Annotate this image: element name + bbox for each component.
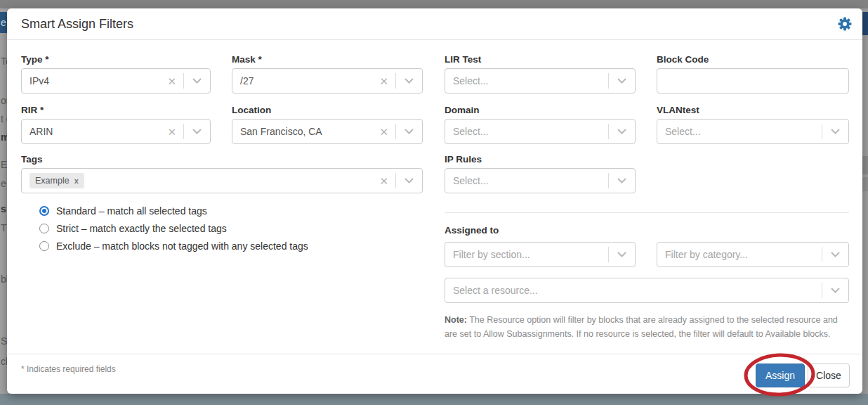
- assign-button[interactable]: Assign: [756, 364, 805, 387]
- background-blue-tab: [862, 12, 868, 35]
- ip-rules-field: IP Rules Select...: [445, 154, 636, 193]
- type-field: Type * IPv4 ✕: [21, 54, 211, 94]
- tags-label: Tags: [21, 154, 423, 165]
- vlantest-select[interactable]: Select...: [657, 119, 849, 144]
- background-text-fragment: e: [1, 17, 6, 28]
- domain-label: Domain: [445, 105, 636, 115]
- page: e Te or t c m Ex e t s Th bla SS ck Smar…: [0, 0, 868, 405]
- close-button[interactable]: Close: [808, 364, 850, 387]
- clear-icon[interactable]: ✕: [372, 76, 395, 86]
- tag-chip[interactable]: Examplex: [29, 173, 84, 188]
- chevron-down-icon[interactable]: [396, 178, 422, 184]
- mask-label: Mask *: [232, 54, 423, 65]
- lir-test-field: LIR Test Select...: [445, 54, 636, 94]
- resource-note-label: Note:: [445, 315, 467, 325]
- resource-field: Select a resource...: [445, 278, 849, 303]
- chevron-down-icon[interactable]: [822, 288, 848, 293]
- location-value: San Francisco, CA: [240, 126, 372, 137]
- filter-category-placeholder: Filter by category...: [665, 249, 822, 260]
- type-select[interactable]: IPv4 ✕: [21, 68, 211, 94]
- clear-icon[interactable]: ✕: [160, 127, 183, 137]
- clear-icon[interactable]: ✕: [372, 176, 395, 186]
- ip-rules-label: IP Rules: [445, 154, 636, 165]
- radio-standard-label: Standard – match all selected tags: [56, 205, 207, 217]
- radio-selected-icon[interactable]: [39, 206, 49, 216]
- radio-strict-label: Strict – match exactly the selected tags: [56, 223, 227, 234]
- location-field: Location San Francisco, CA ✕: [232, 105, 423, 144]
- type-value: IPv4: [29, 75, 160, 86]
- ip-rules-select[interactable]: Select...: [445, 168, 636, 193]
- resource-placeholder: Select a resource...: [453, 285, 822, 296]
- lir-test-select[interactable]: Select...: [445, 68, 636, 94]
- clear-icon[interactable]: ✕: [160, 76, 183, 86]
- remove-tag-icon[interactable]: x: [74, 176, 79, 185]
- tag-chip-label: Example: [35, 176, 70, 186]
- chevron-down-icon[interactable]: [609, 129, 635, 134]
- vlantest-field: VLANtest Select...: [657, 105, 849, 144]
- radio-exclude[interactable]: Exclude – match blocks not tagged with a…: [39, 240, 308, 252]
- domain-field: Domain Select...: [445, 105, 636, 144]
- rir-field: RIR * ARIN ✕: [21, 105, 211, 144]
- chevron-down-icon[interactable]: [184, 78, 210, 84]
- lir-test-label: LIR Test: [445, 54, 636, 65]
- radio-unselected-icon[interactable]: [39, 241, 49, 251]
- chevron-down-icon[interactable]: [609, 252, 635, 257]
- radio-unselected-icon[interactable]: [39, 224, 49, 233]
- filter-section-select[interactable]: Filter by section...: [445, 242, 636, 267]
- chevron-down-icon[interactable]: [396, 129, 422, 134]
- domain-select[interactable]: Select...: [445, 119, 636, 144]
- block-code-input[interactable]: [657, 68, 849, 94]
- background-text-fragment: s: [1, 203, 6, 214]
- gear-icon[interactable]: [838, 17, 853, 32]
- resource-note: Note: The Resource option will filter by…: [445, 313, 852, 341]
- resource-note-text: The Resource option will filter by block…: [445, 315, 838, 339]
- tags-field: Tags Examplex ✕: [21, 154, 423, 193]
- filter-category-select[interactable]: Filter by category...: [657, 242, 849, 267]
- required-fields-note: * Indicates required fields: [21, 364, 116, 374]
- assigned-to-label: Assigned to: [445, 225, 499, 236]
- chevron-down-icon[interactable]: [184, 129, 210, 134]
- domain-placeholder: Select...: [453, 126, 608, 137]
- location-label: Location: [232, 105, 423, 115]
- lir-test-placeholder: Select...: [453, 75, 608, 86]
- vlantest-placeholder: Select...: [665, 126, 822, 137]
- backdrop-bottom: [0, 394, 868, 405]
- rir-value: ARIN: [29, 126, 160, 137]
- mask-select[interactable]: /27 ✕: [232, 68, 423, 94]
- smart-assign-filters-dialog: Smart Assign Filters Type * IPv4: [7, 8, 862, 394]
- chevron-down-icon[interactable]: [609, 178, 635, 184]
- dialog-header: Smart Assign Filters: [7, 8, 862, 40]
- mask-value: /27: [240, 75, 372, 86]
- chevron-down-icon[interactable]: [609, 78, 635, 84]
- backdrop-row-band: [862, 156, 868, 174]
- mask-field: Mask * /27 ✕: [232, 54, 423, 94]
- vlantest-label: VLANtest: [657, 105, 849, 115]
- radio-strict[interactable]: Strict – match exactly the selected tags: [39, 223, 227, 234]
- radio-exclude-label: Exclude – match blocks not tagged with a…: [56, 240, 308, 252]
- tags-select[interactable]: Examplex ✕: [21, 168, 423, 193]
- chevron-down-icon[interactable]: [396, 78, 422, 84]
- footer-divider: [7, 354, 862, 354]
- chevron-down-icon[interactable]: [822, 129, 848, 134]
- rir-select[interactable]: ARIN ✕: [21, 119, 211, 144]
- filter-section-placeholder: Filter by section...: [453, 249, 608, 260]
- block-code-label: Block Code: [657, 54, 849, 65]
- section-divider: [445, 212, 849, 213]
- rir-label: RIR *: [21, 105, 211, 115]
- block-code-field: Block Code: [657, 54, 849, 94]
- backdrop-right: [862, 8, 868, 394]
- backdrop-top: [0, 0, 868, 8]
- resource-select[interactable]: Select a resource...: [445, 278, 849, 303]
- location-select[interactable]: San Francisco, CA ✕: [232, 119, 423, 144]
- chevron-down-icon[interactable]: [822, 252, 848, 257]
- ip-rules-placeholder: Select...: [453, 175, 608, 186]
- filter-category-field: Filter by category...: [657, 242, 849, 267]
- type-label: Type *: [21, 54, 211, 65]
- dialog-title: Smart Assign Filters: [21, 17, 133, 32]
- filter-section-field: Filter by section...: [445, 242, 636, 267]
- clear-icon[interactable]: ✕: [372, 127, 395, 137]
- backdrop-row-band: [862, 177, 868, 191]
- radio-standard[interactable]: Standard – match all selected tags: [39, 205, 207, 217]
